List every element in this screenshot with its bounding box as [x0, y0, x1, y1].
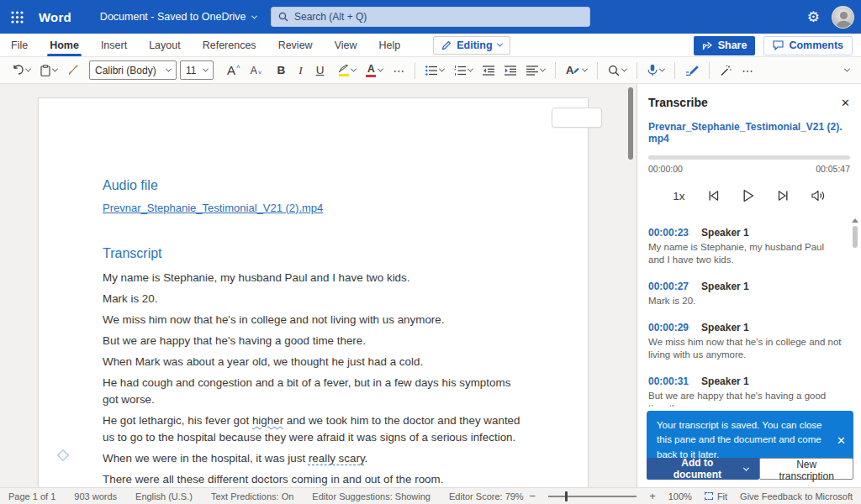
more-commands-button[interactable]: ⋯	[738, 60, 757, 81]
speaker-icon	[811, 190, 826, 202]
editor-suggestions-status[interactable]: Editor Suggestions: Showing	[312, 491, 430, 501]
designer-button[interactable]	[716, 60, 735, 81]
doc-heading-transcript: Transcript	[103, 246, 524, 261]
transcript-list[interactable]: 00:00:23Speaker 1 My name is Stephanie, …	[637, 217, 861, 407]
app-launcher-icon[interactable]	[0, 0, 34, 34]
font-color-button[interactable]: A	[362, 60, 386, 81]
grow-font-button[interactable]: A˄	[224, 60, 244, 81]
text-predictions-status[interactable]: Text Predictions: On	[211, 491, 293, 501]
numbering-button[interactable]	[451, 60, 476, 81]
volume-button[interactable]	[811, 190, 826, 202]
tab-references[interactable]: References	[192, 34, 267, 56]
tab-home[interactable]: Home	[39, 34, 90, 56]
feedback-link[interactable]: Give Feedback to Microsoft	[740, 491, 853, 501]
font-size-select[interactable]: 11	[180, 60, 214, 80]
more-font-options-button[interactable]: ⋯	[389, 60, 408, 81]
tab-file[interactable]: File	[0, 34, 39, 56]
scroll-up-arrow[interactable]	[852, 218, 858, 223]
bold-button[interactable]: B	[273, 60, 288, 81]
zoom-out-button[interactable]: −	[530, 491, 536, 501]
find-button[interactable]	[605, 60, 630, 81]
align-icon	[526, 66, 538, 76]
styles-button[interactable]: A	[563, 60, 590, 81]
app-name[interactable]: Word	[39, 10, 71, 24]
tab-insert[interactable]: Insert	[90, 34, 138, 56]
collapse-ribbon-button[interactable]	[842, 60, 853, 81]
highlight-color-button[interactable]	[335, 60, 359, 81]
language-status[interactable]: English (U.S.)	[135, 491, 193, 501]
tab-help[interactable]: Help	[368, 34, 412, 56]
share-button[interactable]: Share	[694, 36, 756, 55]
shrink-font-button[interactable]: A˅	[247, 60, 266, 81]
entry-text: My name is Stephanie, my husband Paul an…	[648, 241, 842, 266]
playback-speed-button[interactable]: 1x	[673, 190, 684, 202]
tab-view[interactable]: View	[324, 34, 368, 56]
transcript-entry[interactable]: 00:00:31Speaker 1 But we are happy that …	[648, 375, 842, 407]
decrease-indent-button[interactable]	[479, 60, 498, 81]
chevron-down-icon	[844, 66, 850, 72]
transcript-scrollbar[interactable]	[852, 218, 858, 405]
doc-file-link[interactable]: Prevnar_Stephanie_Testimonial_V21 (2).mp…	[103, 202, 323, 214]
transcript-entry[interactable]: 00:00:27Speaker 1 Mark is 20.	[648, 281, 842, 307]
font-name-select[interactable]: Calibri (Body)	[89, 60, 177, 80]
editor-score-status[interactable]: Editor Score: 79%	[449, 491, 524, 501]
time-row: 00:00:00 00:05:47	[637, 160, 861, 174]
divider	[637, 62, 637, 79]
entry-timestamp[interactable]: 00:00:27	[648, 281, 689, 292]
alignment-button[interactable]	[523, 60, 548, 81]
document-scrollbar[interactable]	[626, 84, 636, 487]
dictate-button[interactable]	[644, 60, 668, 81]
magic-wand-icon	[720, 65, 732, 76]
bullets-button[interactable]	[422, 60, 447, 81]
zoom-in-button[interactable]: +	[649, 491, 656, 501]
zoom-slider[interactable]	[548, 496, 637, 497]
chevron-down-icon	[203, 66, 209, 72]
more-icon: ⋯	[393, 64, 404, 77]
scrollbar-thumb[interactable]	[853, 226, 858, 248]
entry-timestamp[interactable]: 00:00:31	[648, 375, 689, 387]
comments-button[interactable]: Comments	[763, 36, 853, 55]
page-count[interactable]: Page 1 of 1	[8, 491, 55, 501]
tab-review[interactable]: Review	[267, 34, 324, 56]
new-transcription-button[interactable]: New transcription	[759, 458, 853, 480]
transcribe-file-link[interactable]: Prevnar_Stephanie_Testimonial_V21 (2).mp…	[637, 109, 861, 144]
underline-button[interactable]: U	[313, 60, 328, 81]
chevron-down-icon	[540, 66, 546, 72]
close-pane-icon[interactable]: ✕	[841, 97, 850, 108]
format-painter-button[interactable]	[64, 60, 82, 81]
italic-button[interactable]: I	[295, 60, 306, 81]
total-time: 00:05:47	[816, 164, 850, 174]
play-button[interactable]	[742, 189, 754, 202]
transcript-entry[interactable]: 00:00:29Speaker 1 We miss him now that h…	[648, 322, 842, 361]
document-title[interactable]: Document - Saved to OneDrive	[100, 11, 256, 23]
close-notification-icon[interactable]: ✕	[837, 434, 846, 445]
editor-flagged-word[interactable]: really scary	[309, 452, 365, 465]
editing-mode-button[interactable]: Editing	[433, 36, 510, 55]
document-page[interactable]: Audio file Prevnar_Stephanie_Testimonial…	[38, 97, 589, 487]
entry-timestamp[interactable]: 00:00:29	[648, 322, 689, 333]
scrollbar-thumb[interactable]	[628, 87, 633, 160]
tab-layout[interactable]: Layout	[138, 34, 192, 56]
editor-flagged-word[interactable]: higher	[252, 414, 283, 427]
search-input[interactable]	[294, 11, 547, 23]
format-painter-icon	[67, 65, 79, 76]
editor-button[interactable]	[682, 60, 702, 81]
fit-button[interactable]: Fit	[705, 491, 727, 501]
gear-icon[interactable]: ⚙	[807, 10, 820, 24]
add-to-document-button[interactable]: Add to document	[647, 458, 759, 480]
increase-indent-button[interactable]	[501, 60, 520, 81]
more-icon: ⋯	[742, 64, 753, 77]
entry-speaker: Speaker 1	[701, 322, 749, 333]
word-count[interactable]: 903 words	[74, 491, 117, 501]
transcript-entry[interactable]: 00:00:23Speaker 1 My name is Stephanie, …	[648, 227, 842, 266]
undo-button[interactable]	[8, 60, 34, 81]
zoom-slider-thumb[interactable]	[565, 491, 568, 501]
tabrow-right: Share Comments	[694, 34, 853, 57]
skip-back-button[interactable]	[708, 190, 720, 202]
skip-forward-button[interactable]	[777, 190, 789, 202]
avatar[interactable]	[832, 6, 854, 29]
paste-button[interactable]	[37, 60, 61, 81]
search-bar[interactable]	[271, 7, 590, 27]
zoom-level[interactable]: 100%	[668, 491, 692, 501]
entry-timestamp[interactable]: 00:00:23	[648, 227, 689, 239]
